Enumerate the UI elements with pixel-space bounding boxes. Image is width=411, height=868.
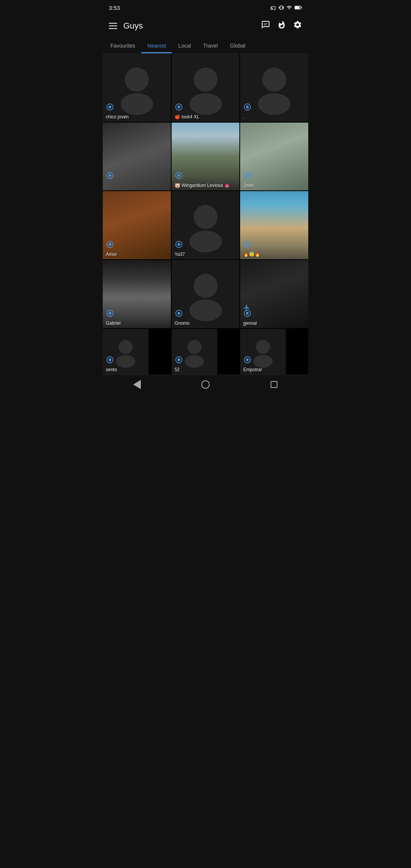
list-item[interactable]: 🍎 look4 XL xyxy=(172,54,240,122)
tab-global[interactable]: Global xyxy=(224,38,251,53)
avatar-placeholder xyxy=(247,61,301,115)
svg-point-11 xyxy=(262,67,286,91)
list-item[interactable]: Ya37 xyxy=(172,191,240,259)
list-item[interactable]: Joan xyxy=(240,123,308,191)
svg-point-28 xyxy=(246,243,249,246)
top-bar: Guys xyxy=(103,14,308,38)
username-label: 🍎 look4 XL xyxy=(175,114,199,120)
fire-icon[interactable] xyxy=(277,20,286,32)
svg-point-45 xyxy=(256,340,270,354)
back-icon xyxy=(133,380,141,389)
list-item[interactable]: 🐷 Wingardium Leviosa 👅 xyxy=(172,123,240,191)
list-item[interactable]: Gnomo xyxy=(172,260,240,328)
username-label: Amor xyxy=(106,252,117,257)
location-dot xyxy=(106,240,114,249)
location-dot xyxy=(106,171,114,180)
chat-icon[interactable] xyxy=(261,20,270,32)
list-item[interactable]: sento xyxy=(103,329,148,375)
svg-point-10 xyxy=(177,105,180,108)
menu-button[interactable] xyxy=(109,23,117,29)
username-label: Empotrar xyxy=(243,367,262,372)
avatar-placeholder xyxy=(178,61,233,115)
svg-point-22 xyxy=(108,243,111,246)
location-dot xyxy=(243,240,252,249)
location-dot xyxy=(106,103,114,111)
location-dot xyxy=(106,356,114,364)
list-item[interactable]: 🔥😇🔥 xyxy=(240,191,308,259)
username-label: Joan xyxy=(243,183,253,188)
svg-point-14 xyxy=(246,105,249,108)
username-label: Ya37 xyxy=(175,252,185,257)
svg-point-31 xyxy=(194,274,218,298)
svg-point-20 xyxy=(246,174,249,177)
list-item[interactable]: genval xyxy=(240,260,308,328)
settings-icon[interactable] xyxy=(293,20,302,32)
svg-point-42 xyxy=(185,355,204,368)
svg-point-32 xyxy=(189,300,222,321)
list-item[interactable]: Empotrar xyxy=(240,329,286,375)
svg-rect-2 xyxy=(301,7,302,8)
location-dot xyxy=(175,171,183,180)
avatar-placeholder xyxy=(178,267,233,321)
tab-nearest[interactable]: Nearest xyxy=(141,38,172,53)
tabs: Favourites Nearest Local Travel Global xyxy=(103,38,308,54)
username-label: 🐷 Wingardium Leviosa 👅 xyxy=(175,183,230,188)
username-label: 🔥😇🔥 xyxy=(243,252,260,257)
svg-point-8 xyxy=(189,93,222,115)
username-label: . xyxy=(106,183,107,188)
battery-icon xyxy=(295,5,302,10)
list-item[interactable]: chico joven xyxy=(103,54,171,122)
avatar-placeholder xyxy=(247,336,279,368)
home-button[interactable] xyxy=(197,376,214,393)
tab-local[interactable]: Local xyxy=(172,38,197,53)
location-dot xyxy=(106,309,114,318)
top-icons xyxy=(261,20,302,32)
avatar-placeholder xyxy=(178,336,210,368)
username-label: sento xyxy=(106,367,117,372)
location-dot xyxy=(175,309,183,318)
location-dot xyxy=(243,171,252,180)
svg-point-38 xyxy=(116,355,135,368)
tab-favourites[interactable]: Favourites xyxy=(104,38,141,53)
recent-icon xyxy=(271,381,277,388)
svg-point-7 xyxy=(194,67,218,91)
status-icons xyxy=(270,5,302,11)
username-label: Gnomo xyxy=(175,321,190,326)
list-item[interactable]: 52 xyxy=(172,329,217,375)
svg-rect-1 xyxy=(295,6,300,9)
home-icon xyxy=(201,380,210,389)
list-item[interactable]: . xyxy=(103,123,171,191)
location-dot xyxy=(175,103,183,111)
svg-point-41 xyxy=(187,340,201,354)
location-dot xyxy=(175,356,183,364)
svg-point-30 xyxy=(108,312,111,314)
username-label: genval xyxy=(243,321,256,326)
status-bar: 3:53 xyxy=(103,0,308,14)
svg-point-36 xyxy=(246,312,249,314)
cast-icon xyxy=(270,5,276,11)
back-button[interactable] xyxy=(129,376,145,393)
location-dot xyxy=(175,240,183,249)
username-label: chico joven xyxy=(106,114,129,120)
location-dot xyxy=(243,309,252,318)
tab-travel[interactable]: Travel xyxy=(197,38,224,53)
username-label: 52 xyxy=(175,367,180,372)
svg-point-6 xyxy=(108,105,111,108)
recent-button[interactable] xyxy=(266,376,282,393)
list-item[interactable]: . xyxy=(240,54,308,122)
username-label: Gabriel xyxy=(106,321,121,326)
location-dot xyxy=(243,103,252,111)
wifi-icon xyxy=(286,5,292,10)
app-title: Guys xyxy=(123,21,261,31)
svg-point-37 xyxy=(119,340,133,354)
list-item[interactable]: Gabriel xyxy=(103,260,171,328)
svg-point-18 xyxy=(177,174,180,177)
svg-point-48 xyxy=(246,358,249,361)
svg-point-4 xyxy=(120,93,153,115)
avatar-placeholder xyxy=(110,336,142,368)
svg-point-12 xyxy=(258,93,291,115)
list-item[interactable]: Amor xyxy=(103,191,171,259)
svg-point-46 xyxy=(253,355,272,368)
status-time: 3:53 xyxy=(109,5,120,11)
vibrate-icon xyxy=(279,5,284,11)
